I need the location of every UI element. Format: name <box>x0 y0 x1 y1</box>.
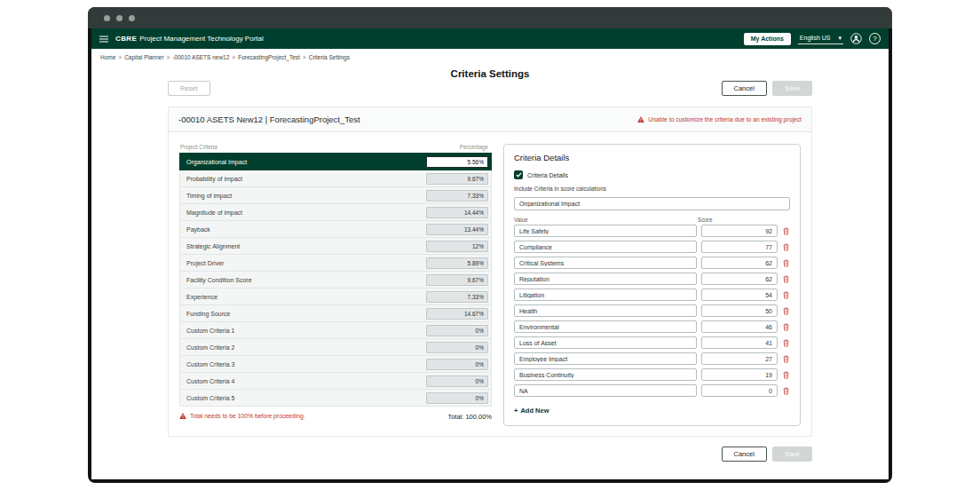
score-input[interactable] <box>701 288 778 301</box>
delete-row-button[interactable] <box>782 339 790 347</box>
breadcrumb-item[interactable]: Home <box>100 54 115 60</box>
score-input[interactable] <box>701 352 778 365</box>
trash-icon <box>783 307 789 315</box>
value-input[interactable] <box>514 384 697 397</box>
percentage-input[interactable] <box>426 359 488 370</box>
percentage-input[interactable] <box>426 375 488 387</box>
delete-row-button[interactable] <box>782 323 790 331</box>
traffic-light-icon[interactable] <box>116 15 122 21</box>
criteria-settings-card: -00010 ASETS New12 | ForecastingProject_… <box>168 107 812 437</box>
customize-warning-text: Unable to customize the criteria due to … <box>648 116 802 122</box>
cancel-button[interactable]: Cancel <box>722 81 767 96</box>
percentage-input[interactable] <box>426 241 488 252</box>
breadcrumb-item[interactable]: Capital Planner <box>124 54 163 60</box>
score-input[interactable] <box>701 225 778 237</box>
app-title: CBREProject Management Technology Portal <box>115 35 264 43</box>
score-input[interactable] <box>701 368 778 381</box>
delete-row-button[interactable] <box>782 355 790 363</box>
bottom-action-bar: Cancel Save <box>168 447 812 462</box>
my-actions-button[interactable]: My Actions <box>744 33 791 45</box>
save-button[interactable]: Save <box>772 81 812 96</box>
add-new-link[interactable]: + Add New <box>514 407 549 415</box>
score-input[interactable] <box>701 384 778 397</box>
cancel-button-bottom[interactable]: Cancel <box>722 447 767 462</box>
criteria-row[interactable]: Timing of impact <box>179 186 492 204</box>
language-selector[interactable]: English US ▾ <box>798 34 843 44</box>
trash-icon <box>783 275 789 283</box>
criteria-row[interactable]: Payback <box>179 220 492 238</box>
criteria-label: Project Driver <box>186 260 224 266</box>
percentage-input[interactable] <box>426 274 488 286</box>
criteria-list-panel: Project Criteria Percentage Organization… <box>179 144 492 426</box>
include-criteria-label: Include Criteria in score calculations <box>514 186 790 192</box>
save-button-bottom[interactable]: Save <box>772 447 812 462</box>
criteria-row[interactable]: Project Driver <box>179 254 492 272</box>
criteria-row[interactable]: Custom Criteria 2 <box>179 338 492 356</box>
percentage-input[interactable] <box>426 325 488 336</box>
criteria-row[interactable]: Strategic Alignment <box>179 237 492 255</box>
breadcrumb-item[interactable]: -00010 ASETS new12 <box>172 54 229 60</box>
value-input[interactable] <box>514 288 697 301</box>
delete-row-button[interactable] <box>782 371 790 379</box>
score-input[interactable] <box>701 273 778 285</box>
criteria-details-checkbox[interactable] <box>514 170 523 179</box>
value-input[interactable] <box>514 273 697 285</box>
criteria-row[interactable]: Facility Condition Score <box>179 271 492 288</box>
value-input[interactable] <box>514 241 697 253</box>
breadcrumb-item[interactable]: ForecastingProject_Test <box>238 54 300 60</box>
criteria-row[interactable]: Custom Criteria 3 <box>179 355 492 373</box>
criteria-row[interactable]: Custom Criteria 5 <box>179 389 492 407</box>
percentage-input[interactable] <box>426 190 488 202</box>
percentage-input[interactable] <box>426 257 488 269</box>
criteria-row[interactable]: Probability of impact <box>179 170 492 187</box>
delete-row-button[interactable] <box>782 307 790 315</box>
percentage-input[interactable] <box>426 224 488 235</box>
score-input[interactable] <box>701 257 778 269</box>
percentage-input[interactable] <box>426 392 488 404</box>
card-header: -00010 ASETS New12 | ForecastingProject_… <box>169 107 811 132</box>
value-input[interactable] <box>514 225 697 237</box>
delete-row-button[interactable] <box>782 275 790 283</box>
traffic-light-icon[interactable] <box>129 15 135 21</box>
delete-row-button[interactable] <box>782 291 790 299</box>
delete-row-button[interactable] <box>782 387 790 395</box>
criteria-details-toggle: Criteria Details <box>514 170 790 179</box>
score-input[interactable] <box>701 320 778 333</box>
delete-row-button[interactable] <box>782 243 790 251</box>
help-icon[interactable]: ? <box>869 33 881 44</box>
card-body: Project Criteria Percentage Organization… <box>169 132 811 436</box>
value-input[interactable] <box>514 257 697 269</box>
score-input[interactable] <box>701 304 778 317</box>
criteria-name-input[interactable] <box>514 197 790 210</box>
percentage-input[interactable] <box>426 156 488 168</box>
percentage-input[interactable] <box>426 173 488 185</box>
percentage-input[interactable] <box>426 342 488 353</box>
percentage-input[interactable] <box>426 308 488 320</box>
score-input[interactable] <box>701 336 778 349</box>
delete-row-button[interactable] <box>782 227 790 235</box>
criteria-row[interactable]: Magnitude of impact <box>179 203 492 221</box>
criteria-row[interactable]: Custom Criteria 1 <box>179 321 492 339</box>
reset-button[interactable]: Reset <box>168 81 210 96</box>
score-input[interactable] <box>701 241 778 253</box>
criteria-row[interactable]: Custom Criteria 4 <box>179 372 492 390</box>
user-icon[interactable] <box>850 33 862 44</box>
criteria-row[interactable]: Experience <box>179 288 492 305</box>
delete-row-button[interactable] <box>782 259 790 267</box>
value-input[interactable] <box>514 320 697 333</box>
value-input[interactable] <box>514 368 697 381</box>
total-warning-text: Total needs to be 100% before proceeding… <box>190 413 305 419</box>
criteria-row[interactable]: Organizational Impact <box>179 153 492 170</box>
menu-icon[interactable] <box>99 36 108 43</box>
app-header: CBREProject Management Technology Portal… <box>91 28 889 49</box>
value-score-row <box>514 273 790 285</box>
criteria-row[interactable]: Funding Source <box>179 304 492 322</box>
value-input[interactable] <box>514 336 697 349</box>
value-input[interactable] <box>514 304 697 317</box>
value-input[interactable] <box>514 352 697 365</box>
percentage-input[interactable] <box>426 207 488 218</box>
percentage-input[interactable] <box>426 291 488 303</box>
breadcrumb-item[interactable]: Criteria Settings <box>309 54 350 60</box>
trash-icon <box>783 227 789 235</box>
traffic-light-icon[interactable] <box>104 15 110 21</box>
